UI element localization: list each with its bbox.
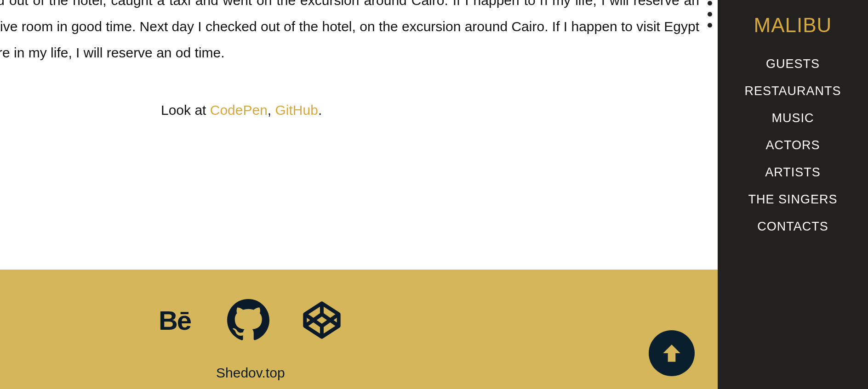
github-icon	[226, 298, 270, 342]
article-body: I checked out of the hotel, caught a tax…	[0, 0, 718, 66]
nav-menu: GUESTS RESTAURANTS MUSIC ACTORS ARTISTS …	[718, 51, 868, 240]
brand-logo[interactable]: MALIBU	[718, 14, 868, 37]
nav-item-actors[interactable]: ACTORS	[718, 132, 868, 159]
sidebar-nav: MALIBU GUESTS RESTAURANTS MUSIC ACTORS A…	[718, 0, 868, 389]
main-content: I checked out of the hotel, caught a tax…	[0, 0, 718, 389]
page-footer: Bē Shedov.top	[0, 270, 718, 389]
social-links-row: Bē	[152, 297, 718, 343]
footer-site-link[interactable]: Shedov.top	[216, 365, 718, 381]
look-at-line: Look at CodePen, GitHub.	[161, 102, 718, 118]
look-sep: ,	[268, 102, 275, 118]
nav-item-guests[interactable]: GUESTS	[718, 51, 868, 78]
arrow-up-icon	[660, 342, 683, 365]
nav-item-contacts[interactable]: CONTACTS	[718, 213, 868, 240]
look-suffix: .	[318, 102, 322, 118]
nav-item-artists[interactable]: ARTISTS	[718, 159, 868, 186]
nav-item-music[interactable]: MUSIC	[718, 105, 868, 132]
github-social-link[interactable]	[225, 297, 271, 343]
article-paragraph: I checked out of the hotel, caught a tax…	[0, 0, 699, 66]
codepen-link[interactable]: CodePen	[210, 102, 268, 118]
behance-icon: Bē	[159, 305, 191, 336]
nav-item-restaurants[interactable]: RESTAURANTS	[718, 78, 868, 105]
more-dots-icon[interactable]	[708, 1, 712, 28]
github-link[interactable]: GitHub	[275, 102, 318, 118]
codepen-icon	[302, 300, 342, 340]
look-prefix: Look at	[161, 102, 210, 118]
nav-item-singers[interactable]: THE SINGERS	[718, 186, 868, 213]
scroll-to-top-button[interactable]	[649, 330, 695, 376]
behance-link[interactable]: Bē	[152, 297, 198, 343]
codepen-social-link[interactable]	[299, 297, 345, 343]
